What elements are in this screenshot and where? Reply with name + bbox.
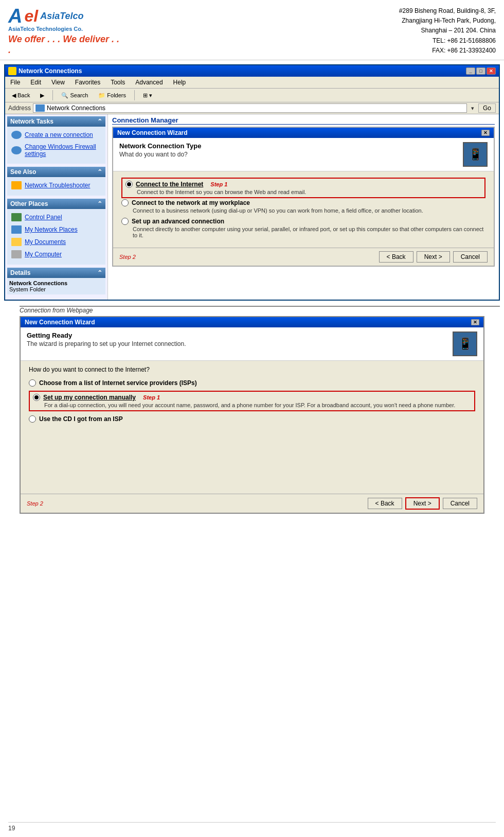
menu-tools[interactable]: Tools bbox=[107, 78, 128, 87]
wizard2-back-button[interactable]: < Back bbox=[368, 498, 402, 509]
wizard2-cancel-button[interactable]: Cancel bbox=[443, 498, 477, 509]
main-content: Network Connections _ □ ✕ File Edit View… bbox=[0, 60, 504, 518]
wizard1-radio-workplace[interactable] bbox=[121, 199, 129, 206]
menu-favorites[interactable]: Favorites bbox=[72, 78, 103, 87]
minimize-button[interactable]: _ bbox=[466, 67, 475, 75]
wizard1-option-advanced-label[interactable]: Set up an advanced connection bbox=[121, 218, 485, 225]
details-collapse-icon: ⌃ bbox=[97, 269, 102, 276]
wizard2-header-subtitle: The wizard is preparing to set up your I… bbox=[27, 340, 186, 347]
title-bar-left: Network Connections bbox=[8, 67, 82, 75]
right-pane: Connection Manager New Connection Wizard… bbox=[108, 114, 499, 300]
menu-view[interactable]: View bbox=[48, 78, 68, 87]
network-tasks-header[interactable]: Network Tasks ⌃ bbox=[7, 116, 105, 127]
see-also-label: See Also bbox=[10, 168, 36, 176]
wizard2-option-manual-label[interactable]: Set up my connection manually Step 1 bbox=[33, 394, 471, 401]
wizard1-option-internet-desc: Connect to the Internet so you can brows… bbox=[137, 189, 481, 195]
wizard2-radio-manual[interactable] bbox=[33, 394, 40, 401]
maximize-button[interactable]: □ bbox=[476, 67, 485, 75]
sidebar-my-documents[interactable]: My Documents bbox=[9, 237, 103, 247]
address-dropdown-icon[interactable]: ▾ bbox=[471, 105, 474, 112]
close-button[interactable]: ✕ bbox=[487, 67, 496, 75]
address-line2: Zhangjiang Hi-Tech Park, Pudong, bbox=[121, 16, 496, 26]
wizard2-radio-isp[interactable] bbox=[29, 379, 36, 387]
company-name: AsiaTelco Technologies Co. bbox=[8, 26, 121, 32]
wizard2-close-button[interactable]: ✕ bbox=[471, 319, 479, 325]
wizard1-radio-internet[interactable] bbox=[125, 181, 133, 188]
sidebar: Network Tasks ⌃ Create a new connection … bbox=[5, 114, 108, 300]
menu-help[interactable]: Help bbox=[170, 78, 189, 87]
toolbar-separator2 bbox=[134, 90, 135, 100]
details-section: Details ⌃ Network Connections System Fol… bbox=[7, 268, 105, 294]
sidebar-create-connection[interactable]: Create a new connection bbox=[9, 130, 103, 140]
sidebar-my-network-places[interactable]: My Network Places bbox=[9, 224, 103, 235]
company-slogan: We offer . . . We deliver . . . bbox=[8, 34, 121, 56]
wizard1-cancel-button[interactable]: Cancel bbox=[453, 251, 488, 263]
logo-a-letter: A bbox=[8, 6, 22, 26]
wizard1-option-advanced[interactable]: Set up an advanced connection Connect di… bbox=[121, 218, 485, 238]
sidebar-firewall-settings[interactable]: Change Windows Firewall settings bbox=[9, 142, 103, 159]
sidebar-control-panel[interactable]: Control Panel bbox=[9, 212, 103, 222]
wizard2-option-isp[interactable]: Choose from a list of Internet service p… bbox=[29, 379, 475, 387]
wizard1-option-workplace-text: Connect to the network at my workplace bbox=[132, 199, 250, 206]
wizard2-question: How do you want to connect to the Intern… bbox=[29, 366, 475, 373]
wizard1-close-button[interactable]: ✕ bbox=[481, 130, 490, 136]
create-connection-icon bbox=[11, 131, 22, 139]
details-header[interactable]: Details ⌃ bbox=[7, 268, 105, 278]
views-button[interactable]: ⊞▾ bbox=[139, 91, 156, 100]
wizard2-option-isp-label[interactable]: Choose from a list of Internet service p… bbox=[29, 379, 475, 387]
computer-label: My Computer bbox=[25, 251, 62, 258]
other-places-collapse-icon: ⌃ bbox=[97, 200, 102, 207]
main-pane: Network Tasks ⌃ Create a new connection … bbox=[5, 114, 499, 300]
address-line3: Shanghai – 201 204. China bbox=[121, 26, 496, 36]
wizard2-option-manual-text: Set up my connection manually bbox=[43, 394, 136, 401]
company-address: #289 Bisheng Road, Building-8, 3F, Zhang… bbox=[121, 6, 496, 56]
wizard1-option-internet-label[interactable]: Connect to the Internet Step 1 bbox=[125, 181, 481, 188]
troubleshooter-label: Network Troubleshooter bbox=[25, 182, 90, 189]
wizard2-option-manual[interactable]: Set up my connection manually Step 1 For… bbox=[29, 391, 475, 411]
back-button[interactable]: ◀ Back bbox=[8, 91, 33, 100]
wizard1-next-button[interactable]: Next > bbox=[417, 251, 450, 263]
menu-file[interactable]: File bbox=[7, 78, 23, 87]
sidebar-troubleshooter[interactable]: Network Troubleshooter bbox=[9, 180, 103, 190]
window-control-buttons[interactable]: _ □ ✕ bbox=[466, 67, 496, 75]
wizard1-back-button[interactable]: < Back bbox=[379, 251, 413, 263]
wizard2-header: Getting Ready The wizard is preparing to… bbox=[21, 327, 483, 361]
other-places-label: Other Places bbox=[10, 200, 48, 207]
menu-edit[interactable]: Edit bbox=[27, 78, 44, 87]
control-panel-icon bbox=[11, 213, 22, 221]
menu-advanced[interactable]: Advanced bbox=[132, 78, 166, 87]
see-also-header[interactable]: See Also ⌃ bbox=[7, 167, 105, 177]
address-input[interactable]: Network Connections bbox=[33, 103, 467, 113]
address-go-button[interactable]: Go bbox=[478, 103, 496, 113]
wizard2-radio-cd[interactable] bbox=[29, 415, 36, 423]
wizard1-dialog: New Connection Wizard ✕ Network Connecti… bbox=[112, 127, 495, 267]
wizard1-option-advanced-text: Set up an advanced connection bbox=[132, 218, 224, 225]
search-button[interactable]: 🔍 Search bbox=[58, 91, 92, 100]
other-places-header[interactable]: Other Places ⌃ bbox=[7, 199, 105, 209]
window-title: Network Connections bbox=[19, 67, 82, 75]
wizard1-radio-advanced[interactable] bbox=[121, 218, 129, 225]
wizard2-next-button[interactable]: Next > bbox=[405, 497, 440, 510]
folders-label: Folders bbox=[107, 92, 126, 98]
wizard2-body-spacer bbox=[29, 427, 475, 489]
wizard2-option-cd-label[interactable]: Use the CD I got from an ISP bbox=[29, 415, 475, 423]
wizard1-option-workplace-label[interactable]: Connect to the network at my workplace bbox=[121, 199, 485, 206]
folders-button[interactable]: 📁 Folders bbox=[95, 91, 130, 100]
fax: FAX: +86 21-33932400 bbox=[121, 46, 496, 56]
forward-button[interactable]: ▶ bbox=[37, 91, 48, 100]
details-sublabel: System Folder bbox=[9, 286, 103, 292]
tel: TEL: +86 21-51688806 bbox=[121, 36, 496, 46]
logo-area: A el AsiaTelco AsiaTelco Technologies Co… bbox=[8, 6, 121, 56]
wizard1-option-workplace[interactable]: Connect to the network at my workplace C… bbox=[121, 199, 485, 214]
wizard2-option-cd[interactable]: Use the CD I got from an ISP bbox=[29, 415, 475, 423]
connection-manager-title: Connection Manager bbox=[112, 116, 495, 125]
wizard2-option-cd-text: Use the CD I got from an ISP bbox=[39, 415, 123, 423]
wizard1-option-internet[interactable]: Connect to the Internet Step 1 Connect t… bbox=[121, 178, 485, 198]
sidebar-my-computer[interactable]: My Computer bbox=[9, 249, 103, 259]
wizard2-body: How do you want to connect to the Intern… bbox=[21, 361, 483, 494]
see-also-collapse-icon: ⌃ bbox=[97, 168, 102, 176]
wizard2-dialog: New Connection Wizard ✕ Getting Ready Th… bbox=[20, 316, 484, 514]
firewall-label: Change Windows Firewall settings bbox=[25, 143, 101, 158]
wizard2-header-text: Getting Ready The wizard is preparing to… bbox=[27, 332, 186, 347]
wizard2-footer: Step 2 < Back Next > Cancel bbox=[21, 494, 483, 513]
